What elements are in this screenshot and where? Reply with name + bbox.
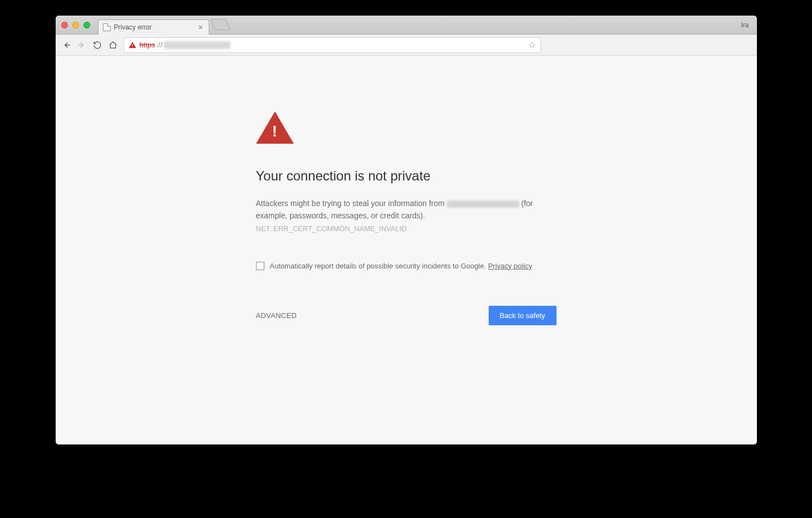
back-to-safety-button[interactable]: Back to safety xyxy=(489,306,557,325)
ssl-error-interstitial: Your connection is not private Attackers… xyxy=(245,111,568,325)
new-tab-button[interactable] xyxy=(210,19,230,30)
privacy-policy-link[interactable]: Privacy policy xyxy=(488,262,532,270)
bookmark-star-icon[interactable]: ☆ xyxy=(528,40,536,50)
url-scheme: https xyxy=(140,41,155,49)
home-button[interactable] xyxy=(108,40,118,50)
url-separator: :// xyxy=(156,41,163,49)
svg-rect-2 xyxy=(132,44,132,46)
browser-window: Privacy error × Ira https :// ☆ xyxy=(56,16,757,444)
browser-tab[interactable]: Privacy error × xyxy=(98,19,209,35)
report-checkbox[interactable] xyxy=(256,262,264,270)
tab-bar: Privacy error × Ira xyxy=(56,16,757,35)
url-host-redacted xyxy=(164,41,230,49)
address-bar[interactable]: https :// ☆ xyxy=(124,37,541,53)
maximize-window-button[interactable] xyxy=(83,22,90,28)
error-host-redacted xyxy=(447,201,519,208)
back-button[interactable] xyxy=(61,40,71,50)
window-controls xyxy=(61,22,98,28)
error-code: NET::ERR_CERT_COMMON_NAME_INVALID xyxy=(256,224,407,233)
action-row: ADVANCED Back to safety xyxy=(256,306,557,325)
svg-rect-3 xyxy=(132,46,132,47)
warning-triangle-icon xyxy=(256,111,294,144)
report-label-wrap: Automatically report details of possible… xyxy=(270,262,533,270)
report-row: Automatically report details of possible… xyxy=(256,262,557,270)
advanced-button[interactable]: ADVANCED xyxy=(256,311,297,320)
page-content: Your connection is not private Attackers… xyxy=(56,56,757,444)
error-description: Attackers might be trying to steal your … xyxy=(256,197,557,235)
minimize-window-button[interactable] xyxy=(72,22,79,28)
page-icon xyxy=(103,23,111,31)
toolbar: https :// ☆ xyxy=(56,35,757,56)
close-window-button[interactable] xyxy=(61,22,68,28)
reload-button[interactable] xyxy=(92,40,102,50)
url-display: https :// xyxy=(140,41,230,49)
error-body-pre: Attackers might be trying to steal your … xyxy=(256,199,447,208)
profile-name[interactable]: Ira xyxy=(741,21,749,29)
tab-title: Privacy error xyxy=(114,23,152,31)
forward-button[interactable] xyxy=(77,40,87,50)
report-label: Automatically report details of possible… xyxy=(270,262,488,270)
error-heading: Your connection is not private xyxy=(256,168,557,184)
danger-icon xyxy=(129,41,136,49)
close-tab-button[interactable]: × xyxy=(197,23,204,31)
